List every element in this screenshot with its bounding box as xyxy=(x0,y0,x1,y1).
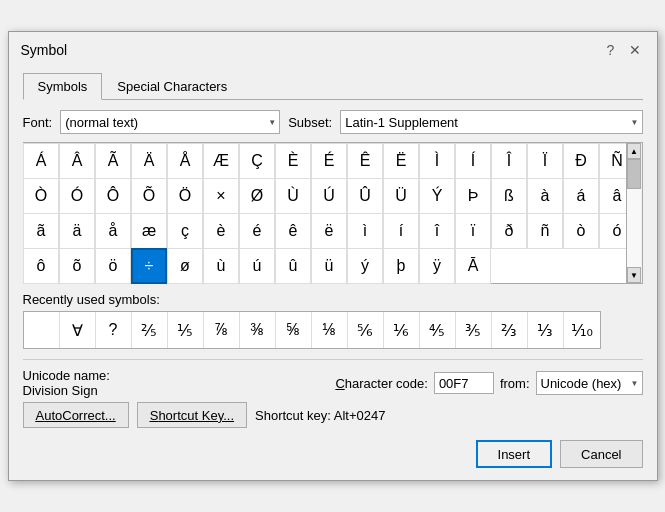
char-code-section: Character code: from: Unicode (hex) xyxy=(335,371,642,395)
symbol-cell[interactable]: Ë xyxy=(383,143,419,179)
symbol-cell[interactable]: Û xyxy=(347,178,383,214)
recent-symbol-cell[interactable]: ⅜ xyxy=(240,312,276,348)
close-button[interactable]: ✕ xyxy=(625,40,645,60)
subset-label: Subset: xyxy=(288,115,332,130)
symbol-cell[interactable]: Ç xyxy=(239,143,275,179)
symbol-cell[interactable]: î xyxy=(419,213,455,249)
symbol-cell[interactable]: Ò xyxy=(23,178,59,214)
font-select[interactable]: (normal text) xyxy=(60,110,280,134)
symbol-cell[interactable]: ð xyxy=(491,213,527,249)
symbol-cell[interactable]: á xyxy=(563,178,599,214)
symbol-cell[interactable]: à xyxy=(527,178,563,214)
recent-symbol-cell[interactable]: ⅘ xyxy=(420,312,456,348)
symbol-cell[interactable]: ä xyxy=(59,213,95,249)
symbol-cell[interactable]: Â xyxy=(59,143,95,179)
symbol-cell[interactable]: ý xyxy=(347,248,383,284)
symbol-cell[interactable]: Ù xyxy=(275,178,311,214)
recent-symbol-cell[interactable]: ⅛ xyxy=(312,312,348,348)
symbol-cell[interactable]: Õ xyxy=(131,178,167,214)
symbol-cell[interactable]: Î xyxy=(491,143,527,179)
symbol-cell[interactable]: ú xyxy=(239,248,275,284)
symbol-cell[interactable]: Ê xyxy=(347,143,383,179)
symbol-cell[interactable]: ù xyxy=(203,248,239,284)
symbol-cell[interactable]: Ö xyxy=(167,178,203,214)
recent-symbol-cell[interactable]: ⅗ xyxy=(456,312,492,348)
from-select[interactable]: Unicode (hex) xyxy=(536,371,643,395)
symbol-cell[interactable]: Ú xyxy=(311,178,347,214)
symbol-cell[interactable]: å xyxy=(95,213,131,249)
symbol-cell[interactable]: æ xyxy=(131,213,167,249)
symbol-cell[interactable]: Á xyxy=(23,143,59,179)
symbol-cell[interactable]: Ø xyxy=(239,178,275,214)
symbol-cell[interactable]: û xyxy=(275,248,311,284)
symbol-cell[interactable]: ñ xyxy=(527,213,563,249)
symbol-cell[interactable]: Ã xyxy=(95,143,131,179)
subset-select[interactable]: Latin-1 Supplement xyxy=(340,110,642,134)
symbol-cell[interactable]: è xyxy=(203,213,239,249)
symbol-cell[interactable]: í xyxy=(383,213,419,249)
recent-symbol-cell[interactable]: ⅔ xyxy=(492,312,528,348)
symbol-cell[interactable]: ô xyxy=(23,248,59,284)
symbol-dialog: Symbol ? ✕ Symbols Special Characters Fo… xyxy=(8,31,658,481)
recent-symbol-cell[interactable]: ⅕ xyxy=(168,312,204,348)
character-code-input[interactable] xyxy=(434,372,494,394)
symbol-cell[interactable]: ö xyxy=(95,248,131,284)
symbol-cell[interactable]: Í xyxy=(455,143,491,179)
symbol-cell[interactable]: þ xyxy=(383,248,419,284)
tab-special-characters[interactable]: Special Characters xyxy=(102,73,242,100)
cancel-button[interactable]: Cancel xyxy=(560,440,642,468)
symbol-cell[interactable]: × xyxy=(203,178,239,214)
symbol-cell[interactable]: Þ xyxy=(455,178,491,214)
tab-symbols[interactable]: Symbols xyxy=(23,73,103,100)
symbol-cell[interactable]: ø xyxy=(167,248,203,284)
symbol-cell[interactable]: ã xyxy=(23,213,59,249)
symbol-cell[interactable]: ï xyxy=(455,213,491,249)
shortcut-key-button[interactable]: Shortcut Key... xyxy=(137,402,247,428)
recent-symbol-cell[interactable]: ⅙ xyxy=(384,312,420,348)
scrollbar-track[interactable] xyxy=(627,159,641,267)
symbol-cell[interactable]: È xyxy=(275,143,311,179)
subset-select-wrapper[interactable]: Latin-1 Supplement xyxy=(340,110,642,134)
symbol-cell[interactable]: Ô xyxy=(95,178,131,214)
symbol-cell[interactable]: ì xyxy=(347,213,383,249)
symbol-cell[interactable]: õ xyxy=(59,248,95,284)
recent-symbol-cell[interactable]: ⅒ xyxy=(564,312,600,348)
symbol-cell[interactable]: Å xyxy=(167,143,203,179)
scrollbar[interactable]: ▲ ▼ xyxy=(626,143,642,283)
symbol-cell[interactable]: Ð xyxy=(563,143,599,179)
symbol-cell[interactable]: ç xyxy=(167,213,203,249)
autocorrect-button[interactable]: AutoCorrect... xyxy=(23,402,129,428)
recent-symbol-cell[interactable]: ⅓ xyxy=(528,312,564,348)
symbol-cell[interactable]: ÷ xyxy=(131,248,167,284)
symbol-cell[interactable]: Ü xyxy=(383,178,419,214)
symbol-cell[interactable]: Æ xyxy=(203,143,239,179)
symbol-cell[interactable]: ÿ xyxy=(419,248,455,284)
scrollbar-up[interactable]: ▲ xyxy=(627,143,641,159)
recent-symbol-cell[interactable]: ⅝ xyxy=(276,312,312,348)
insert-button[interactable]: Insert xyxy=(476,440,553,468)
symbol-cell[interactable]: Ó xyxy=(59,178,95,214)
recent-symbol-cell[interactable]: ? xyxy=(96,312,132,348)
recent-symbol-cell[interactable]: ∀ xyxy=(60,312,96,348)
symbol-cell[interactable]: Ý xyxy=(419,178,455,214)
symbol-cell[interactable]: ü xyxy=(311,248,347,284)
scrollbar-thumb[interactable] xyxy=(627,159,641,189)
font-select-wrapper[interactable]: (normal text) xyxy=(60,110,280,134)
from-select-wrapper[interactable]: Unicode (hex) xyxy=(536,371,643,395)
symbol-cell[interactable]: Ā xyxy=(455,248,491,284)
symbol-cell[interactable]: ë xyxy=(311,213,347,249)
scrollbar-down[interactable]: ▼ xyxy=(627,267,641,283)
symbol-cell[interactable]: Ä xyxy=(131,143,167,179)
symbol-cell[interactable]: Ì xyxy=(419,143,455,179)
symbol-cell[interactable]: Ï xyxy=(527,143,563,179)
help-button[interactable]: ? xyxy=(601,40,621,60)
symbol-cell[interactable]: ò xyxy=(563,213,599,249)
recent-symbol-cell[interactable] xyxy=(24,312,60,348)
recent-symbol-cell[interactable]: ⅖ xyxy=(132,312,168,348)
symbol-cell[interactable]: ß xyxy=(491,178,527,214)
recent-symbol-cell[interactable]: ⅞ xyxy=(204,312,240,348)
symbol-cell[interactable]: é xyxy=(239,213,275,249)
symbol-cell[interactable]: ê xyxy=(275,213,311,249)
recent-symbol-cell[interactable]: ⅚ xyxy=(348,312,384,348)
symbol-cell[interactable]: É xyxy=(311,143,347,179)
